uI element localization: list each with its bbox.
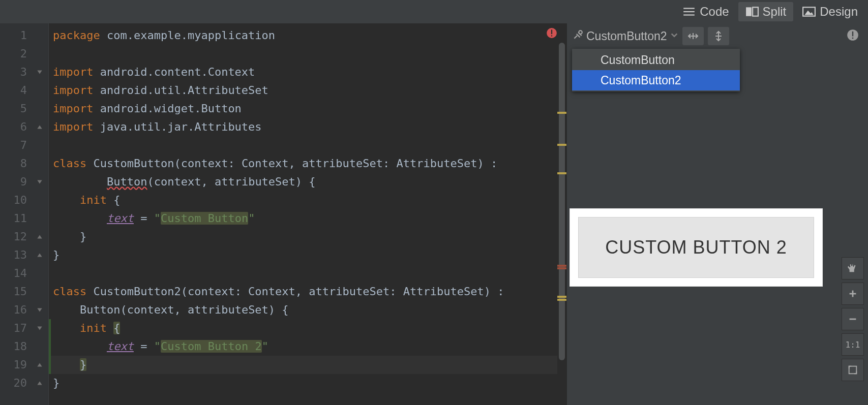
fold-collapse-icon[interactable] (31, 118, 48, 136)
code-line[interactable]: init { (49, 191, 566, 209)
line-number: 3 (0, 63, 48, 81)
code-line[interactable]: import android.util.AttributeSet (49, 81, 566, 100)
chevron-down-icon (670, 31, 678, 41)
code-line[interactable]: class CustomButton(context: Context, att… (49, 154, 566, 173)
code-line[interactable]: Button(context, attributeSet) { (49, 301, 566, 319)
code-editor[interactable]: 1234567891011121314151617181920 package … (0, 23, 566, 405)
line-number: 9 (0, 173, 48, 191)
code-view-button[interactable]: Code (675, 2, 736, 21)
preview-surface: CUSTOM BUTTON 2 (570, 209, 822, 286)
rendered-custom-button[interactable]: CUSTOM BUTTON 2 (578, 217, 814, 278)
preview-toolbar: CustomButton2 (567, 23, 868, 49)
svg-rect-16 (852, 32, 853, 37)
code-view-label: Code (700, 5, 729, 19)
editor-scrollbar[interactable] (557, 23, 566, 405)
line-number: 18 (0, 337, 48, 356)
preview-canvas[interactable]: CUSTOM BUTTON 2 (567, 49, 868, 405)
svg-rect-9 (551, 35, 552, 36)
code-line[interactable]: Button(context, attributeSet) { (49, 173, 566, 191)
line-number: 16 (0, 301, 48, 319)
pan-tool-button[interactable] (842, 257, 864, 279)
svg-point-10 (579, 30, 582, 34)
error-stripe[interactable] (557, 265, 566, 267)
change-marker (49, 337, 51, 356)
preview-dropdown-item[interactable]: CustomButton2 (572, 70, 740, 90)
error-indicator-icon[interactable] (546, 27, 557, 39)
line-number: 1 (0, 26, 48, 45)
line-number: 4 (0, 81, 48, 100)
fold-collapse-icon[interactable] (31, 228, 48, 246)
code-line[interactable]: text = "Custom Button" (49, 209, 566, 228)
split-view-label: Split (763, 5, 787, 19)
fold-collapse-icon[interactable] (31, 374, 48, 392)
code-line[interactable]: } (49, 356, 566, 374)
zoom-fit-button[interactable] (842, 359, 864, 381)
fold-expand-icon[interactable] (31, 173, 48, 191)
line-number: 17 (0, 319, 48, 337)
code-line[interactable]: import android.content.Context (49, 63, 566, 81)
code-line[interactable]: init { (49, 319, 566, 337)
zoom-reset-button[interactable]: 1:1 (842, 333, 864, 356)
scrollbar-thumb[interactable] (559, 43, 565, 360)
code-line[interactable]: text = "Custom Button 2" (49, 337, 566, 356)
line-number: 2 (0, 45, 48, 63)
line-number: 6 (0, 118, 48, 136)
code-line[interactable]: } (49, 246, 566, 264)
preview-side-tools: 1:1 (842, 257, 864, 381)
code-line[interactable] (49, 136, 566, 154)
svg-rect-3 (746, 7, 752, 16)
svg-rect-21 (849, 366, 857, 374)
fold-collapse-icon[interactable] (31, 154, 48, 173)
orientation-button-v[interactable] (708, 27, 729, 45)
line-number: 13 (0, 246, 48, 264)
error-stripe[interactable] (557, 267, 566, 269)
code-line[interactable]: import java.util.jar.Attributes (49, 118, 566, 136)
line-number: 5 (0, 100, 48, 118)
code-line[interactable]: } (49, 374, 566, 392)
warning-stripe[interactable] (557, 299, 566, 301)
warning-stripe[interactable] (557, 296, 566, 298)
line-number: 8 (0, 154, 48, 173)
list-icon (682, 7, 696, 17)
orientation-button-h[interactable] (682, 27, 704, 45)
preview-dropdown[interactable]: CustomButton2 (572, 29, 678, 43)
fold-collapse-icon[interactable] (31, 356, 48, 374)
preview-dropdown-item[interactable]: CustomButton (572, 50, 740, 70)
code-area[interactable]: package com.example.myapplication import… (49, 23, 566, 405)
split-view-button[interactable]: Split (738, 2, 794, 21)
code-line[interactable] (49, 264, 566, 283)
fold-collapse-icon[interactable] (31, 246, 48, 264)
code-line[interactable]: } (49, 228, 566, 246)
change-marker (49, 319, 51, 337)
line-number: 12 (0, 228, 48, 246)
preview-dropdown-label: CustomButton2 (586, 29, 667, 43)
zoom-in-button[interactable] (842, 283, 864, 305)
design-view-button[interactable]: Design (795, 2, 865, 21)
fold-expand-icon[interactable] (31, 63, 48, 81)
code-line[interactable]: package com.example.myapplication (49, 26, 566, 45)
fold-collapse-icon[interactable] (31, 283, 48, 301)
design-tool-icon (572, 29, 583, 43)
code-line[interactable] (49, 45, 566, 63)
layout-preview-panel: CustomButton2 CustomButtonCustomButton2 … (566, 23, 868, 405)
warning-stripe[interactable] (557, 112, 566, 114)
design-view-label: Design (820, 5, 858, 19)
rendered-button-text: CUSTOM BUTTON 2 (605, 237, 787, 258)
code-line[interactable]: import android.widget.Button (49, 100, 566, 118)
line-number: 10 (0, 191, 48, 209)
fold-expand-icon[interactable] (31, 319, 48, 337)
change-marker (49, 356, 51, 374)
warning-stripe[interactable] (557, 172, 566, 174)
code-line[interactable]: class CustomButton2(context: Context, at… (49, 283, 566, 301)
svg-rect-8 (551, 29, 552, 34)
line-number: 11 (0, 209, 48, 228)
split-icon (745, 7, 759, 17)
preview-warning-icon[interactable] (847, 29, 859, 43)
line-gutter: 1234567891011121314151617181920 (0, 23, 49, 405)
warning-stripe[interactable] (557, 144, 566, 146)
line-number: 14 (0, 264, 48, 283)
line-number: 20 (0, 374, 48, 392)
preview-dropdown-popup: CustomButtonCustomButton2 (572, 49, 740, 91)
fold-expand-icon[interactable] (31, 301, 48, 319)
zoom-out-button[interactable] (842, 308, 864, 330)
